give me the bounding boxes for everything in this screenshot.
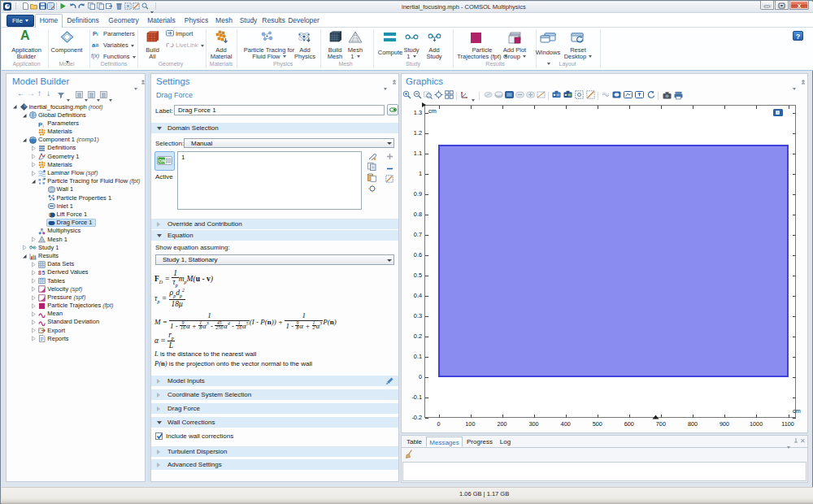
svg-text:8: 8 xyxy=(38,270,41,276)
svg-text:i: i xyxy=(43,123,44,128)
svg-text:5: 5 xyxy=(42,270,46,276)
svg-text:ON: ON xyxy=(159,159,165,163)
